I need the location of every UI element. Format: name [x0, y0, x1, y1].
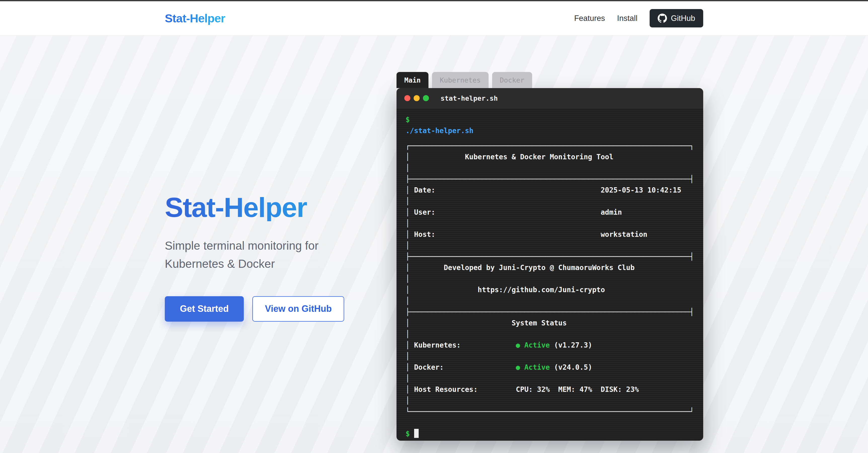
hero-buttons: Get Started View on GitHub — [165, 296, 356, 322]
hero-left: Stat-Helper Simple terminal monitoring f… — [165, 35, 356, 441]
minimize-icon[interactable] — [414, 95, 420, 101]
terminal-line: └───────────────────────────────────────… — [406, 406, 694, 417]
terminal-line: ├───────────────────────────────────────… — [406, 306, 694, 318]
terminal-line: ┌───────────────────────────────────────… — [406, 141, 694, 151]
hero-right: MainKubernetesDocker stat-helper.sh $./s… — [397, 35, 703, 441]
terminal-line: │ Kubernetes: ● Active (v1.27.3) — [406, 340, 694, 351]
terminal-window: stat-helper.sh $./stat-helper.sh┌───────… — [397, 88, 703, 441]
nav-link-features[interactable]: Features — [574, 14, 605, 23]
page-title: Stat-Helper — [165, 193, 356, 221]
terminal-line: │ Date: 2025-05-13 10:42:15 — [406, 185, 694, 196]
terminal-line: │ https://github.com/Juni-crypto — [406, 284, 694, 296]
nav-links: Features Install GitHub — [574, 9, 703, 27]
traffic-lights — [404, 95, 429, 101]
terminal-line: │ — [406, 162, 694, 174]
navbar: Stat-Helper Features Install GitHub — [0, 1, 868, 35]
terminal-line: ├───────────────────────────────────────… — [406, 251, 694, 262]
terminal-line: $ — [406, 428, 694, 440]
tab-main[interactable]: Main — [397, 72, 429, 88]
terminal-line: │ — [406, 296, 694, 306]
hero-inner: Stat-Helper Simple terminal monitoring f… — [165, 35, 703, 441]
terminal-line: │ Host: workstation — [406, 229, 694, 240]
terminal-line: │ — [406, 240, 694, 251]
close-icon[interactable] — [404, 95, 410, 101]
terminal-titlebar: stat-helper.sh — [397, 88, 703, 108]
terminal-line: │ — [406, 196, 694, 207]
terminal-line: │ — [406, 218, 694, 229]
terminal-line: │ — [406, 395, 694, 406]
terminal-tabs: MainKubernetesDocker — [397, 72, 703, 88]
terminal-title: stat-helper.sh — [440, 94, 498, 102]
hero-subtitle: Simple terminal monitoring forKubernetes… — [165, 237, 356, 273]
terminal-line: │ Kubernetes & Docker Monitoring Tool — [406, 151, 694, 162]
terminal-line: │ — [406, 273, 694, 284]
terminal-line: │ — [406, 373, 694, 384]
get-started-button[interactable]: Get Started — [165, 296, 244, 322]
nav-link-install[interactable]: Install — [617, 14, 638, 23]
github-button[interactable]: GitHub — [650, 9, 703, 27]
view-on-github-button[interactable]: View on GitHub — [252, 296, 344, 322]
hero-section: Stat-Helper Simple terminal monitoring f… — [0, 35, 868, 453]
terminal-line: │ Host Resources: CPU: 32% MEM: 47% DISK… — [406, 384, 694, 395]
terminal-line: │ System Status — [406, 318, 694, 329]
logo[interactable]: Stat-Helper — [165, 11, 225, 25]
terminal-line: ./stat-helper.sh — [406, 125, 694, 137]
maximize-icon[interactable] — [423, 95, 429, 101]
terminal-line: │ Developed by Juni-Crypto @ ChumaoruWor… — [406, 262, 694, 273]
tab-kubernetes[interactable]: Kubernetes — [432, 72, 489, 88]
terminal-line: │ — [406, 329, 694, 340]
terminal-line: │ — [406, 351, 694, 362]
terminal-cursor — [414, 429, 418, 438]
terminal-line — [406, 417, 694, 428]
terminal-line: │ Docker: ● Active (v24.0.5) — [406, 362, 694, 373]
terminal-body: $./stat-helper.sh┌──────────────────────… — [397, 108, 703, 441]
navbar-inner: Stat-Helper Features Install GitHub — [165, 1, 703, 35]
tab-docker[interactable]: Docker — [492, 72, 532, 88]
terminal-line: $ — [406, 114, 694, 125]
github-button-label: GitHub — [671, 14, 695, 23]
github-octocat-icon — [658, 13, 667, 23]
terminal-line: │ User: admin — [406, 207, 694, 218]
terminal-line: ├───────────────────────────────────────… — [406, 174, 694, 185]
